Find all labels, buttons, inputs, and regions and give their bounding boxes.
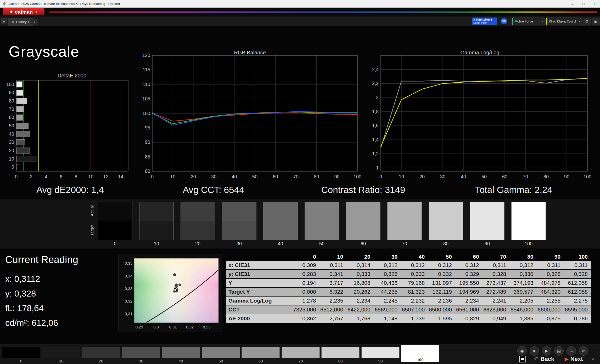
meter-count-badge: 838 xyxy=(501,18,507,24)
history-panel-expand-button[interactable]: ▶ xyxy=(1,18,7,24)
swatch-actual-half xyxy=(429,202,463,221)
grayscale-swatch-10 xyxy=(139,202,174,240)
fast-forward-icon[interactable]: » xyxy=(591,356,595,362)
display-control-label: Direct Display Control xyxy=(547,20,577,23)
table-cell: 6595,000 xyxy=(564,305,591,314)
continuous-measure-button[interactable]: ∞ xyxy=(567,346,576,356)
table-cell: 0,328 xyxy=(564,270,591,278)
table-cell: 273,437 xyxy=(483,278,510,287)
table-cell: 6512,000 xyxy=(320,305,347,314)
table-cell: 6561,000 xyxy=(456,305,483,314)
swatch-level-label: 90 xyxy=(470,241,504,247)
table-row: y: CIE310,2830,3410,3330,3280,3330,3320,… xyxy=(226,270,591,278)
svg-text:10: 10 xyxy=(88,174,93,179)
svg-text:4: 4 xyxy=(45,174,47,179)
title-bar: Calman 2025 Calman Ultimate for Business… xyxy=(0,0,600,8)
swatch-level-label: 30 xyxy=(222,241,256,247)
deltae-2000-chart: 100908070605040302010002468101214 xyxy=(5,78,139,183)
meter-selector-x-rite[interactable]: X-Rite i1Pro 3 Direct View ▼ xyxy=(472,18,497,25)
swatch-level-label: 70 xyxy=(387,241,422,247)
table-cell: 44,235 xyxy=(374,287,401,296)
next-button[interactable]: ▶ Next xyxy=(565,355,583,363)
svg-text:100: 100 xyxy=(584,174,591,179)
back-button[interactable]: ↶ Back xyxy=(534,355,554,363)
workspace-layout-button[interactable]: ▣ xyxy=(592,18,599,25)
svg-text:0,32: 0,32 xyxy=(125,299,132,303)
svg-text:100: 100 xyxy=(142,111,150,116)
pattern-patch-20[interactable] xyxy=(82,347,120,358)
svg-text:1,8: 1,8 xyxy=(372,109,379,114)
swatch-actual-half xyxy=(263,202,298,221)
pattern-patch-50[interactable] xyxy=(202,347,240,358)
grayscale-swatch-30 xyxy=(222,202,256,240)
swatch-level-label: 50 xyxy=(305,241,339,247)
add-tab-button[interactable]: + xyxy=(31,19,38,25)
maximize-button[interactable]: □ xyxy=(578,0,589,8)
table-cell: 2,236 xyxy=(428,296,456,305)
table-cell: 6546,000 xyxy=(510,305,537,314)
minimize-button[interactable]: – xyxy=(567,0,578,8)
swatch-actual-half xyxy=(139,202,173,221)
table-column-header: 80 xyxy=(510,252,537,261)
refresh-button[interactable]: ⟳ xyxy=(579,346,588,356)
calman-menu-button[interactable]: ❖ calman ▼ xyxy=(3,8,44,15)
table-row-label: Y xyxy=(226,278,293,287)
svg-text:120: 120 xyxy=(142,53,150,58)
svg-text:85: 85 xyxy=(145,154,150,160)
pattern-patch-0[interactable] xyxy=(2,347,40,358)
table-column-header: 10 xyxy=(320,252,347,261)
tab-history-1[interactable]: ▦ History 1 xyxy=(8,18,33,26)
svg-text:0,29: 0,29 xyxy=(136,325,143,329)
swatch-target-half xyxy=(263,221,298,240)
pattern-patch-10[interactable] xyxy=(42,347,80,358)
table-cell: 0,314 xyxy=(347,261,374,270)
svg-text:2,2: 2,2 xyxy=(372,81,379,86)
pattern-window-toggle[interactable] xyxy=(519,356,526,362)
chevron-down-icon: ▼ xyxy=(493,20,497,22)
svg-text:0: 0 xyxy=(379,174,382,179)
table-cell: 2,235 xyxy=(320,296,347,305)
swatch-level-label: 80 xyxy=(429,241,463,247)
svg-text:2,4: 2,4 xyxy=(372,67,379,72)
pattern-patch-60[interactable] xyxy=(242,347,280,358)
svg-text:50: 50 xyxy=(481,174,487,179)
table-cell: 81,323 xyxy=(401,287,428,296)
settings-gear-button[interactable]: ⚙ xyxy=(583,18,591,25)
table-cell: 0,311 xyxy=(320,261,347,270)
svg-text:50: 50 xyxy=(252,174,257,179)
table-cell: 0,875 xyxy=(537,314,564,323)
source-selector-mobile-forge[interactable]: Mobile Forge ▼ xyxy=(512,18,545,25)
table-column-header: 60 xyxy=(456,252,483,261)
table-cell: 0,328 xyxy=(483,270,510,278)
display-control-selector[interactable]: Direct Display Control ▼ xyxy=(546,18,582,25)
pattern-patch-label: 90 xyxy=(361,359,400,363)
table-cell: 0,283 xyxy=(293,270,320,278)
table-cell: 0,309 xyxy=(293,261,320,270)
svg-text:10: 10 xyxy=(9,156,14,162)
pattern-button[interactable]: ▤ xyxy=(554,346,564,356)
reading-fl-value: fL: 178,64 xyxy=(5,303,44,313)
table-cell: 0,194 xyxy=(293,278,320,287)
stop-button[interactable]: ■ xyxy=(530,346,539,356)
pattern-patch-30[interactable] xyxy=(122,347,160,358)
pattern-patch-70[interactable] xyxy=(282,347,320,358)
pattern-patch-80[interactable] xyxy=(321,347,360,358)
swatch-actual-half xyxy=(512,202,546,221)
play-button[interactable]: ▶ xyxy=(542,346,551,356)
capture-button[interactable]: ◉ xyxy=(517,346,527,356)
swatch-level-label: 10 xyxy=(139,241,174,247)
pattern-patch-90[interactable] xyxy=(361,347,400,358)
table-cell: 6628,000 xyxy=(483,305,510,314)
svg-text:90: 90 xyxy=(334,174,340,179)
table-cell: 369,577 xyxy=(510,287,537,296)
table-cell: 0,311 xyxy=(537,261,564,270)
swatch-target-half xyxy=(181,221,215,240)
cie-chromaticity-panel: 0,350,340,330,320,310,290,30,310,320,33 xyxy=(119,254,222,332)
back-label: Back xyxy=(541,356,554,362)
table-cell: 1,385 xyxy=(510,314,537,323)
table-cell: 0,312 xyxy=(456,261,483,270)
pattern-patch-40[interactable] xyxy=(162,347,200,358)
table-cell: 2,232 xyxy=(401,296,428,305)
close-button[interactable]: × xyxy=(589,0,600,8)
table-cell: 0,312 xyxy=(428,261,456,270)
